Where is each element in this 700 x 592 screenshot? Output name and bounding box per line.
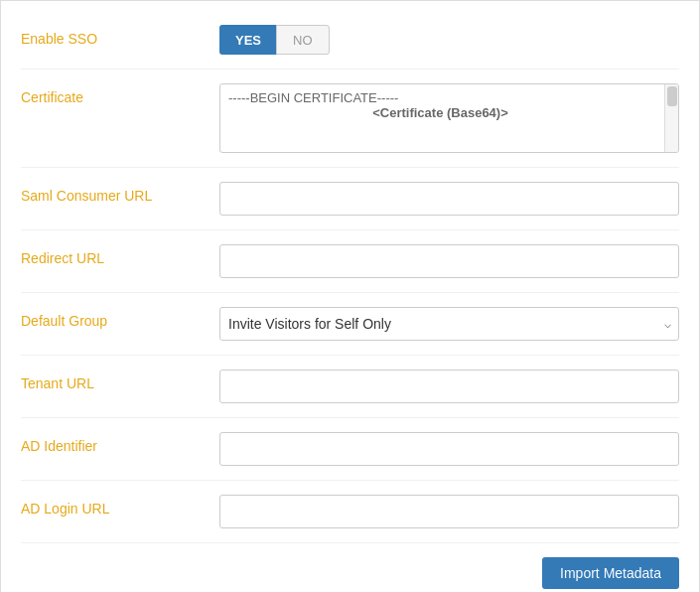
- saml-consumer-url-row: Saml Consumer URL: [21, 168, 679, 230]
- default-group-select-wrap: Invite Visitors for Self Only All Visito…: [219, 307, 679, 341]
- certificate-row: Certificate -----BEGIN CERTIFICATE----- …: [21, 70, 679, 168]
- default-group-control: Invite Visitors for Self Only All Visito…: [219, 307, 679, 341]
- ad-login-url-label: AD Login URL: [21, 495, 219, 517]
- redirect-url-control: [219, 244, 679, 278]
- scrollbar: [664, 84, 678, 152]
- redirect-url-label: Redirect URL: [21, 244, 219, 266]
- certificate-textarea[interactable]: -----BEGIN CERTIFICATE----- <Certificate…: [219, 83, 679, 153]
- ad-login-url-input[interactable]: [219, 495, 679, 528]
- saml-consumer-url-input[interactable]: [219, 182, 679, 216]
- scrollbar-thumb: [667, 86, 677, 106]
- redirect-url-input[interactable]: [219, 244, 679, 278]
- toggle-yes-button[interactable]: YES: [219, 25, 277, 55]
- bottom-bar: Import Metadata: [21, 543, 679, 592]
- tenant-url-control: [219, 370, 679, 403]
- ad-identifier-row: AD Identifier: [21, 418, 679, 481]
- enable-sso-toggle-group: YES NO: [219, 25, 679, 55]
- tenant-url-row: Tenant URL: [21, 356, 679, 418]
- tenant-url-input[interactable]: [219, 370, 679, 403]
- settings-form: Enable SSO YES NO Certificate -----BEGIN…: [0, 0, 700, 592]
- certificate-control: -----BEGIN CERTIFICATE----- <Certificate…: [219, 83, 679, 153]
- ad-identifier-input[interactable]: [219, 432, 679, 466]
- tenant-url-label: Tenant URL: [21, 370, 219, 391]
- ad-login-url-row: AD Login URL: [21, 481, 679, 543]
- ad-login-url-control: [219, 495, 679, 528]
- redirect-url-row: Redirect URL: [21, 230, 679, 293]
- certificate-label: Certificate: [21, 83, 219, 105]
- enable-sso-label: Enable SSO: [21, 25, 219, 47]
- saml-consumer-url-control: [219, 182, 679, 216]
- default-group-label: Default Group: [21, 307, 219, 329]
- cert-begin-text: -----BEGIN CERTIFICATE-----: [228, 90, 652, 105]
- default-group-row: Default Group Invite Visitors for Self O…: [21, 293, 679, 356]
- import-metadata-button[interactable]: Import Metadata: [542, 557, 679, 589]
- enable-sso-row: Enable SSO YES NO: [21, 11, 679, 70]
- ad-identifier-label: AD Identifier: [21, 432, 219, 454]
- toggle-no-button[interactable]: NO: [276, 25, 330, 55]
- default-group-select[interactable]: Invite Visitors for Self Only All Visito…: [219, 307, 679, 341]
- ad-identifier-control: [219, 432, 679, 466]
- cert-placeholder-text: <Certificate (Base64)>: [228, 105, 652, 120]
- saml-consumer-url-label: Saml Consumer URL: [21, 182, 219, 204]
